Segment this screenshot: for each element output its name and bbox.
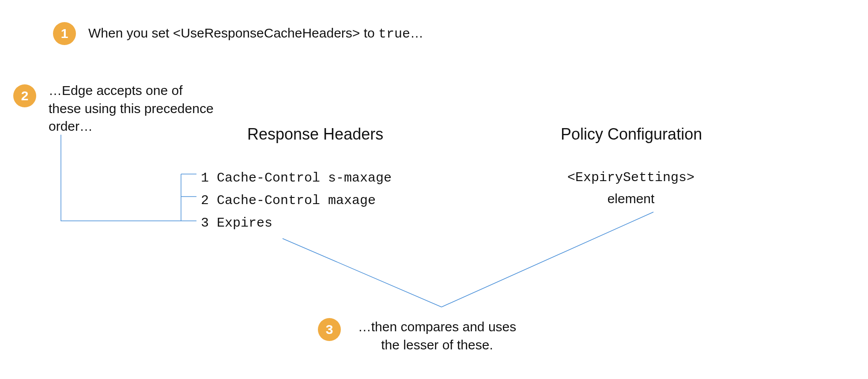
header-item-3-num: 3: [201, 216, 209, 231]
step-3-text: …then compares and uses the lesser of th…: [353, 318, 521, 354]
header-item-3: 3 Expires: [201, 212, 392, 235]
heading-response-headers: Response Headers: [247, 125, 383, 144]
heading-policy-configuration: Policy Configuration: [561, 125, 702, 144]
step-3-badge: 3: [318, 318, 341, 341]
step-2-text: …Edge accepts one of these using this pr…: [49, 82, 216, 136]
step-1-tag: <UseResponseCacheHeaders>: [173, 26, 360, 40]
header-item-2-num: 2: [201, 193, 209, 208]
step-2-number: 2: [21, 88, 29, 103]
step-3-number: 3: [326, 322, 333, 337]
policy-tag: <ExpirySettings>: [567, 167, 694, 188]
step-1-value: true: [378, 27, 410, 42]
header-item-2-text: Cache-Control maxage: [217, 193, 376, 208]
step-1: 1 When you set <UseResponseCacheHeaders>…: [53, 22, 423, 45]
step-1-number: 1: [61, 26, 68, 41]
policy-label: element: [567, 188, 694, 209]
step-1-suffix: …: [410, 26, 423, 40]
header-item-1-text: Cache-Control s-maxage: [217, 171, 392, 186]
header-item-1: 1 Cache-Control s-maxage: [201, 167, 392, 190]
response-headers-list: 1 Cache-Control s-maxage 2 Cache-Control…: [201, 167, 392, 235]
policy-config-block: <ExpirySettings> element: [567, 167, 694, 209]
header-item-2: 2 Cache-Control maxage: [201, 190, 392, 212]
step-3: 3 …then compares and uses the lesser of …: [318, 318, 521, 354]
step-1-prefix: When you set: [88, 26, 173, 40]
header-item-3-text: Expires: [217, 216, 272, 231]
step-2: 2 …Edge accepts one of these using this …: [13, 82, 216, 136]
step-1-text: When you set <UseResponseCacheHeaders> t…: [88, 24, 423, 43]
step-1-mid: to: [360, 26, 378, 40]
step-2-badge: 2: [13, 84, 36, 107]
step-1-badge: 1: [53, 22, 76, 45]
header-item-1-num: 1: [201, 171, 209, 186]
